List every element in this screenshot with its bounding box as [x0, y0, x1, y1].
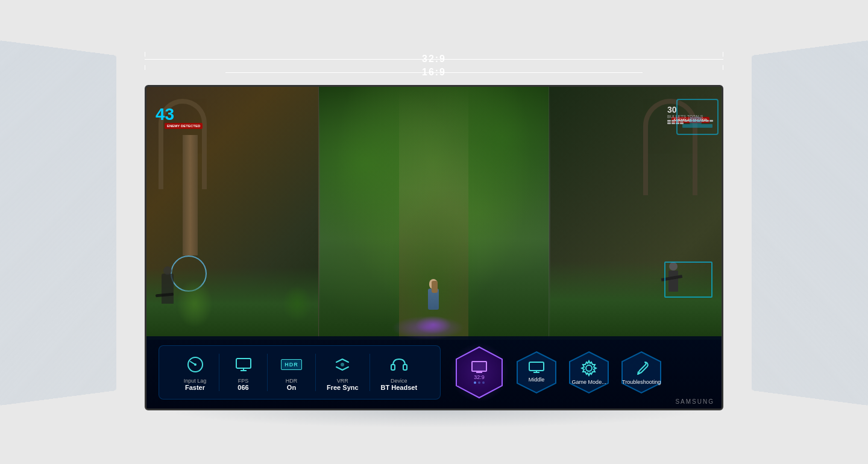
- stats-section: Input Lag Faster FPS 066: [159, 345, 441, 400]
- bullet-pip: [671, 122, 675, 124]
- bullet-pip: [667, 122, 671, 124]
- glass-panel-left: [0, 40, 116, 406]
- vrr-value: Free Sync: [327, 384, 359, 391]
- stone-column-left: [183, 135, 198, 256]
- char-body: [428, 289, 439, 310]
- svg-point-6: [341, 363, 344, 366]
- wrench-icon: [633, 360, 650, 379]
- tv-wrapper: 32:9 16:9 ENEMY DETECTED 43: [145, 54, 723, 410]
- aspect-dots: [474, 381, 485, 384]
- aspect-32-9-button[interactable]: 32:9: [453, 346, 506, 399]
- tick-left-32: [145, 52, 145, 57]
- mode-section: 32:9: [453, 346, 663, 399]
- game-mode-label: Game Mode...: [572, 379, 606, 386]
- input-lag-value: Faster: [185, 384, 205, 391]
- stat-fps: FPS 066: [219, 354, 268, 391]
- speedometer-icon: [184, 354, 206, 375]
- middle-icon: [529, 362, 544, 377]
- weapon-outline: [676, 99, 719, 135]
- aspect-line-16-9: 16:9: [145, 67, 723, 78]
- scene-divider-2: [549, 87, 550, 340]
- middle-label: Middle: [529, 377, 545, 383]
- troubleshooting-label: Troubleshooting: [622, 379, 661, 386]
- scene-center-panel: [319, 87, 549, 340]
- hud-bar: Input Lag Faster FPS 066: [146, 336, 722, 409]
- dot-1: [474, 381, 476, 384]
- aspect-32-label: 32:9: [474, 374, 485, 381]
- aspect-ratio-32-label: 32:9: [416, 54, 452, 64]
- headset-icon: [388, 354, 410, 375]
- stat-input-lag: Input Lag Faster: [171, 354, 219, 391]
- bullet-pip: [667, 120, 671, 122]
- char-backpack: [432, 281, 438, 293]
- middle-button[interactable]: Middle: [515, 351, 558, 394]
- stat-device: Device BT Headset: [370, 354, 429, 391]
- fps-ingame-counter: 43: [156, 105, 174, 124]
- aspect-button-content: 32:9: [471, 361, 487, 384]
- svg-point-15: [586, 365, 592, 371]
- bullet-pip: [671, 120, 675, 122]
- stat-hdr: HDR HDR On: [268, 354, 316, 391]
- tick-right-16: [723, 65, 723, 70]
- scene-divider-1: [319, 87, 320, 340]
- hdr-label: HDR: [286, 378, 298, 384]
- svg-point-2: [194, 363, 197, 366]
- tick-right-32: [723, 52, 723, 57]
- svg-rect-11: [529, 362, 544, 371]
- svg-rect-8: [403, 365, 407, 370]
- middle-button-content: Middle: [529, 362, 545, 383]
- svg-rect-3: [236, 359, 251, 368]
- fps-value: 066: [237, 384, 248, 391]
- gear-icon: [580, 360, 597, 379]
- svg-point-17: [637, 371, 640, 374]
- vrr-label: VRR: [337, 378, 348, 384]
- hdr-icon: HDR: [281, 354, 303, 375]
- glass-panel-right: [752, 40, 868, 406]
- game-scene: ENEMY DETECTED 43: [146, 87, 722, 340]
- monitor-icon-inner: [471, 361, 487, 372]
- aspect-line-32-9: 32:9: [145, 54, 723, 64]
- scene-left-panel: ENEMY DETECTED 43: [146, 87, 319, 340]
- hdr-value: On: [287, 384, 296, 391]
- dot-3: [482, 381, 485, 384]
- dot-2: [478, 381, 480, 384]
- scene-right-panel: ENEMY DETECTED 30 BULLETS TOTALS: [549, 87, 722, 340]
- troubleshooting-content: Troubleshooting: [622, 360, 661, 386]
- troubleshooting-button[interactable]: Troubleshooting: [620, 351, 663, 394]
- samsung-logo: SAMSUNG: [675, 398, 714, 405]
- fps-label: FPS: [238, 378, 249, 384]
- aspect-ratio-16-label: 16:9: [416, 67, 452, 78]
- aspect-labels: 32:9 16:9: [145, 54, 723, 81]
- stat-vrr: VRR Free Sync: [316, 354, 370, 391]
- hdr-badge: HDR: [281, 359, 302, 370]
- game-mode-content: Game Mode...: [572, 360, 606, 386]
- game-mode-button[interactable]: Game Mode...: [567, 351, 611, 394]
- svg-rect-7: [391, 365, 395, 370]
- input-lag-label: Input Lag: [184, 378, 207, 384]
- tv-screen: ENEMY DETECTED 43: [145, 85, 723, 410]
- monitor-icon: [233, 354, 254, 375]
- vrr-icon: [332, 354, 353, 375]
- device-label: Device: [391, 378, 407, 384]
- tick-left-16: [145, 65, 145, 70]
- device-value: BT Headset: [381, 384, 418, 391]
